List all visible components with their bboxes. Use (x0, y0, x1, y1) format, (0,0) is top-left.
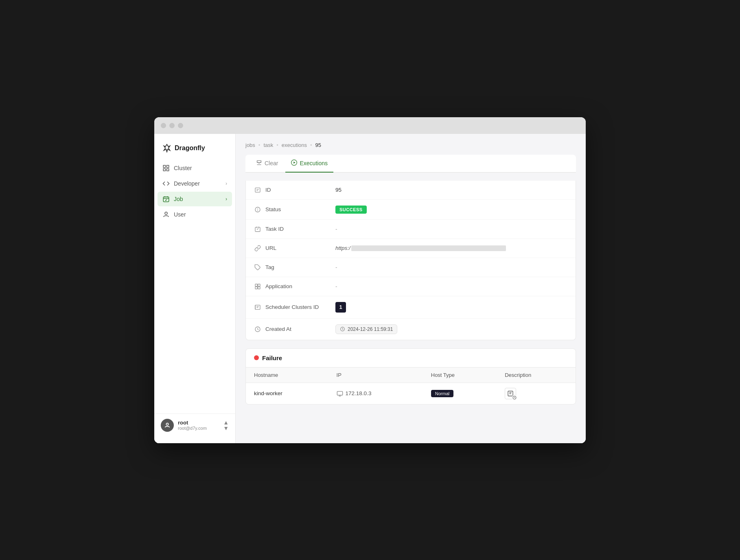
traffic-light-minimize[interactable] (169, 123, 175, 128)
failure-dot (254, 355, 259, 360)
app-name: Dragonfly (175, 144, 205, 152)
user-chevron-icon[interactable]: ▲ ▼ (223, 420, 229, 431)
table-header-row: Hostname IP Host Type Description (246, 368, 576, 383)
col-ip: IP (328, 368, 423, 383)
label-application: Application (265, 283, 292, 289)
value-id: 95 (335, 187, 567, 193)
traffic-light-close[interactable] (161, 123, 166, 128)
job-chevron-icon: › (226, 196, 227, 202)
developer-chevron-icon: › (226, 181, 227, 186)
tab-clear[interactable]: Clear (250, 155, 284, 173)
breadcrumb-sep-2: • (276, 142, 278, 148)
scheduler-icon (254, 304, 261, 311)
svg-rect-23 (255, 284, 257, 286)
detail-label-status: Status (254, 206, 335, 213)
breadcrumb-sep-1: • (258, 142, 261, 148)
svg-rect-24 (258, 284, 260, 286)
browser-titlebar (154, 117, 586, 134)
cell-ip: 172.18.0.3 (328, 383, 423, 404)
failure-header: Failure (246, 349, 576, 368)
label-tag: Tag (265, 264, 274, 270)
monitor-icon (337, 391, 343, 396)
dragonfly-icon (162, 144, 171, 153)
clock-icon (340, 326, 345, 332)
description-icon (505, 388, 516, 399)
createdat-icon (254, 326, 261, 333)
status-icon (254, 206, 261, 213)
status-badge: SUCCESS (335, 206, 367, 214)
detail-row-scheduler: Scheduler Clusters ID 1 (246, 296, 576, 319)
breadcrumb-task[interactable]: task (263, 142, 273, 148)
created-at-badge: 2024-12-26 11:59:31 (335, 324, 397, 334)
browser-body: Dragonfly Cluster (154, 134, 586, 443)
sidebar-item-developer[interactable]: Developer › (158, 176, 232, 191)
breadcrumb-jobs[interactable]: jobs (245, 142, 255, 148)
tab-executions-label: Executions (300, 160, 327, 166)
sidebar-item-job[interactable]: Job › (158, 192, 232, 206)
app-logo: Dragonfly (154, 140, 235, 161)
value-createdat: 2024-12-26 11:59:31 (335, 324, 567, 334)
clock-small-icon (512, 396, 517, 400)
sidebar-item-cluster[interactable]: Cluster (158, 161, 232, 175)
label-scheduler: Scheduler Clusters ID (265, 304, 319, 310)
failure-table-body: kind-worker 172.18.0.3 (246, 383, 576, 404)
tag-icon (254, 264, 261, 271)
user-email: root@d7y.com (178, 426, 219, 431)
label-id: ID (265, 187, 271, 193)
url-blur (351, 245, 506, 251)
svg-rect-3 (167, 168, 169, 171)
user-name: root (178, 420, 219, 426)
svg-rect-25 (255, 287, 257, 289)
detail-row-url: URL https:/ (246, 239, 576, 258)
user-icon (162, 211, 170, 218)
detail-row-application: Application - (246, 277, 576, 296)
developer-icon (162, 180, 170, 187)
detail-label-tag: Tag (254, 264, 335, 271)
browser-window: Dragonfly Cluster (154, 117, 586, 443)
detail-label-id: ID (254, 186, 335, 194)
executions-icon (291, 160, 297, 167)
svg-point-8 (166, 423, 168, 425)
breadcrumb-executions[interactable]: executions (282, 142, 307, 148)
failure-section: Failure Hostname IP Host Type Descriptio… (245, 348, 576, 405)
col-host-type: Host Type (423, 368, 497, 383)
label-url: URL (265, 245, 276, 251)
detail-row-createdat: Created At 2024-12-26 11:59:31 (246, 319, 576, 340)
sidebar-item-user[interactable]: User (158, 207, 232, 222)
clear-icon (256, 160, 262, 167)
cell-hostname: kind-worker (246, 383, 328, 404)
value-application: - (335, 283, 567, 289)
detail-label-scheduler: Scheduler Clusters ID (254, 304, 335, 311)
cell-description (497, 383, 576, 404)
cluster-icon (162, 164, 170, 172)
cluster-label: Cluster (174, 165, 192, 171)
svg-marker-12 (294, 162, 296, 164)
id-icon (254, 186, 261, 194)
breadcrumb-sep-3: • (310, 142, 312, 148)
job-label: Job (174, 196, 183, 202)
tab-executions[interactable]: Executions (285, 155, 333, 173)
svg-point-18 (258, 210, 258, 211)
cluster-badge: 1 (335, 302, 346, 313)
avatar (161, 419, 174, 432)
traffic-light-fullscreen[interactable] (178, 123, 183, 128)
sidebar-nav: Cluster Developer › (154, 161, 235, 413)
svg-point-7 (165, 212, 167, 214)
user-label: User (174, 211, 186, 218)
detail-card: ID 95 Status (245, 181, 576, 340)
tabs-container: Clear Executions (245, 155, 576, 173)
normal-badge: Normal (431, 390, 453, 397)
job-icon (162, 195, 170, 203)
svg-rect-0 (163, 165, 165, 167)
value-url: https:/ (335, 245, 567, 251)
sidebar-footer: root root@d7y.com ▲ ▼ (154, 413, 235, 437)
taskid-icon (254, 225, 261, 233)
failure-title: Failure (262, 354, 282, 361)
cell-host-type: Normal (423, 383, 497, 404)
url-prefix: https:/ (335, 245, 350, 251)
col-hostname: Hostname (246, 368, 328, 383)
detail-row-status: Status SUCCESS (246, 200, 576, 220)
failure-table: Hostname IP Host Type Description kind-w… (246, 368, 576, 404)
created-at-value: 2024-12-26 11:59:31 (348, 326, 393, 332)
detail-row-taskid: Task ID - (246, 220, 576, 239)
